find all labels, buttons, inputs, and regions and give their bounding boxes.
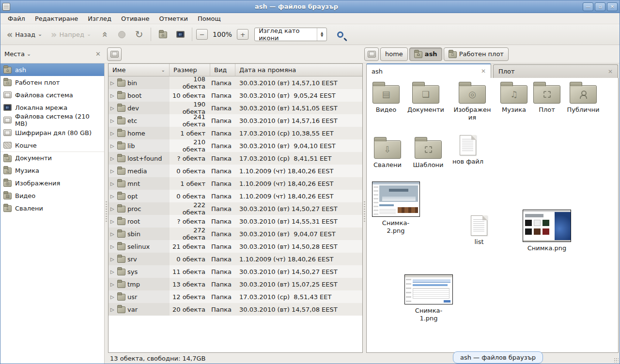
expander-icon[interactable]: ▷	[110, 257, 115, 262]
view-mode-select[interactable]: Изглед като икони ▲▼	[254, 28, 327, 41]
file-item-list[interactable]: list	[460, 215, 498, 246]
table-row[interactable]: ▷ srv 0 обекта Папка 1.10.2009 (чт) 18,4…	[108, 253, 362, 265]
search-button[interactable]	[332, 27, 348, 42]
table-row[interactable]: ▷ var 20 обекта Папка 30.03.2010 (вт) 14…	[108, 303, 362, 316]
maximize-button[interactable]: ▫	[595, 2, 605, 11]
expander-icon[interactable]: ▷	[110, 231, 115, 237]
table-row[interactable]: ▷ home 1 обект Папка 17.03.2010 (ср) 10,…	[108, 127, 362, 139]
image-item-snimka[interactable]: Снимка.png	[522, 210, 572, 252]
root-drive-crumb[interactable]	[364, 47, 379, 61]
up-button[interactable]: »	[96, 27, 112, 42]
expander-icon[interactable]: ▷	[110, 131, 115, 136]
menu-bookmarks[interactable]: Отметки	[155, 14, 192, 24]
reload-button[interactable]: ↻	[131, 27, 147, 42]
tab-ash[interactable]: ash ✕	[366, 63, 491, 78]
expander-icon[interactable]: ▷	[110, 219, 115, 224]
table-row[interactable]: ▷ root ? обекта Папка 30.03.2010 (вт) 14…	[108, 215, 362, 228]
expander-icon[interactable]: ▷	[110, 156, 115, 161]
computer-button[interactable]	[172, 27, 188, 42]
stop-button[interactable]	[114, 27, 129, 42]
table-row[interactable]: ▷ mnt 1 обект Папка 1.10.2009 (чт) 18,40…	[108, 177, 362, 190]
sidebar-close-icon[interactable]: ✕	[95, 50, 101, 58]
table-row[interactable]: ▷ usr 12 обекта Папка 17.03.2010 (ср) 8,…	[108, 290, 362, 303]
tab-close-icon[interactable]: ✕	[481, 68, 486, 75]
crumb-desktop[interactable]: ▫ Работен плот	[444, 47, 509, 61]
table-row[interactable]: ▷ sys 11 обекта Папка 30.03.2010 (вт) 14…	[108, 265, 362, 278]
column-header-name[interactable]: Име ⌄	[108, 64, 170, 76]
menu-file[interactable]: Файл	[3, 14, 30, 24]
menu-view[interactable]: Изглед	[83, 14, 116, 24]
sidebar-item-документи[interactable]: ❏ Документи	[0, 152, 104, 164]
table-row[interactable]: ▷ selinux 21 обекта Папка 30.03.2010 (вт…	[108, 240, 362, 253]
sidebar-item-файлова-система-210-mb-[interactable]: Файлова система (210 MB)	[0, 114, 104, 126]
expander-icon[interactable]: ▷	[110, 307, 115, 312]
expander-icon[interactable]: ▷	[110, 269, 115, 274]
expander-icon[interactable]: ▷	[110, 118, 115, 123]
sidebar-item-шифриран-дял-80-gb-[interactable]: Шифриран дял (80 GB)	[0, 126, 104, 139]
expander-icon[interactable]: ▷	[110, 294, 115, 300]
zoom-in-button[interactable]: +	[237, 29, 248, 40]
table-row[interactable]: ▷ opt 0 обекта Папка 1.10.2009 (чт) 18,4…	[108, 190, 362, 202]
file-item-new-file[interactable]: нов файл	[449, 135, 487, 166]
sidebar-title-caret-icon[interactable]: ⌄	[27, 51, 31, 57]
image-item-snimka2[interactable]: Снимка-2.png	[372, 182, 420, 235]
expander-icon[interactable]: ▷	[110, 168, 115, 174]
folder-item-desktop[interactable]: Плот	[527, 81, 566, 114]
back-history-dropdown[interactable]: ⌄	[38, 32, 42, 37]
sidebar-item-ash[interactable]: ⌂ ash	[0, 63, 104, 76]
table-row[interactable]: ▷ lib 210 обекта Папка 30.03.2010 (вт) 9…	[108, 139, 362, 152]
back-button[interactable]: « Назад ⌄	[3, 29, 46, 40]
zoom-out-button[interactable]: −	[196, 29, 208, 40]
sidebar-item-работен-плот[interactable]: ▫ Работен плот	[0, 76, 104, 89]
table-row[interactable]: ▷ sbin 272 обекта Папка 30.03.2010 (вт) …	[108, 228, 362, 240]
expander-icon[interactable]: ▷	[110, 282, 115, 287]
table-row[interactable]: ▷ dev 190 обекта Папка 30.03.2010 (вт) 1…	[108, 102, 362, 114]
expander-icon[interactable]: ▷	[110, 106, 115, 111]
table-row[interactable]: ▷ bin 108 обекта Папка 30.03.2010 (вт) 1…	[108, 76, 362, 89]
table-row[interactable]: ▷ tmp 13 обекта Папка 30.03.2010 (вт) 15…	[108, 278, 362, 290]
folder-item-pictures[interactable]: ◎ Изображения	[452, 81, 493, 122]
menu-edit[interactable]: Редактиране	[31, 14, 82, 24]
folder-item-documents[interactable]: ❏ Документи	[404, 81, 447, 114]
home-button[interactable]: ⌂	[155, 27, 170, 42]
folder-item-public[interactable]: Публични	[563, 81, 604, 114]
sidebar-item-музика[interactable]: ♫ Музика	[0, 164, 104, 177]
crumb-ash[interactable]: ⌂ ash	[409, 47, 442, 61]
close-button[interactable]: ✕	[607, 2, 618, 11]
forward-button[interactable]: » Напред ⌄	[47, 29, 94, 40]
icon-canvas[interactable]: ▤ Видео ❏ Документи ◎ Изображения ♫	[366, 78, 619, 353]
menu-go[interactable]: Отиване	[117, 14, 154, 24]
table-row[interactable]: ▷ media 0 обекта Папка 1.10.2009 (чт) 18…	[108, 165, 362, 177]
sidebar-title[interactable]: Места	[4, 50, 25, 58]
expander-icon[interactable]: ▷	[110, 206, 115, 212]
table-row[interactable]: ▷ boot 10 обекта Папка 30.03.2010 (вт) 9…	[108, 89, 362, 102]
tab-desktop[interactable]: Плот ✕	[493, 64, 618, 78]
expander-icon[interactable]: ▷	[110, 80, 115, 86]
pane-splitter[interactable]	[105, 63, 108, 364]
column-header-type[interactable]: Вид	[210, 64, 235, 76]
crumb-home[interactable]: home	[380, 47, 408, 61]
titlebar[interactable]: ash — файлов браузър — ▫ ✕	[0, 0, 620, 13]
table-row[interactable]: ▷ proc 222 обекта Папка 30.03.2010 (вт) …	[108, 202, 362, 215]
expander-icon[interactable]: ▷	[110, 244, 115, 249]
folder-item-videos[interactable]: ▤ Видео	[367, 81, 405, 114]
sidebar-item-изображения[interactable]: ◎ Изображения	[0, 177, 104, 189]
minimize-button[interactable]: —	[583, 2, 593, 11]
column-header-size[interactable]: Размер	[170, 64, 210, 76]
image-item-snimka1[interactable]: Снимка-1.png	[403, 274, 454, 323]
resize-grip[interactable]	[614, 358, 619, 363]
folder-item-downloads[interactable]: ⇩ Свалени	[368, 136, 407, 169]
expander-icon[interactable]: ▷	[110, 181, 115, 186]
expander-icon[interactable]: ▷	[110, 143, 115, 149]
folder-item-templates[interactable]: Шаблони	[409, 136, 448, 169]
menu-help[interactable]: Помощ	[193, 14, 225, 24]
taskbar-window-button[interactable]: ash — файлов браузър	[453, 351, 543, 364]
tab-close-icon[interactable]: ✕	[608, 68, 613, 75]
sidebar-item-видео[interactable]: ▤ Видео	[0, 189, 104, 202]
root-drive-crumb[interactable]	[107, 47, 122, 61]
sidebar-item-локална-мрежа[interactable]: Локална мрежа	[0, 101, 104, 114]
expander-icon[interactable]: ▷	[110, 194, 115, 199]
sidebar-item-свалени[interactable]: ⇩ Свалени	[0, 202, 104, 214]
sidebar-item-кошче[interactable]: Кошче	[0, 139, 104, 152]
table-row[interactable]: ▷ etc 241 обекта Папка 30.03.2010 (вт) 1…	[108, 114, 362, 127]
